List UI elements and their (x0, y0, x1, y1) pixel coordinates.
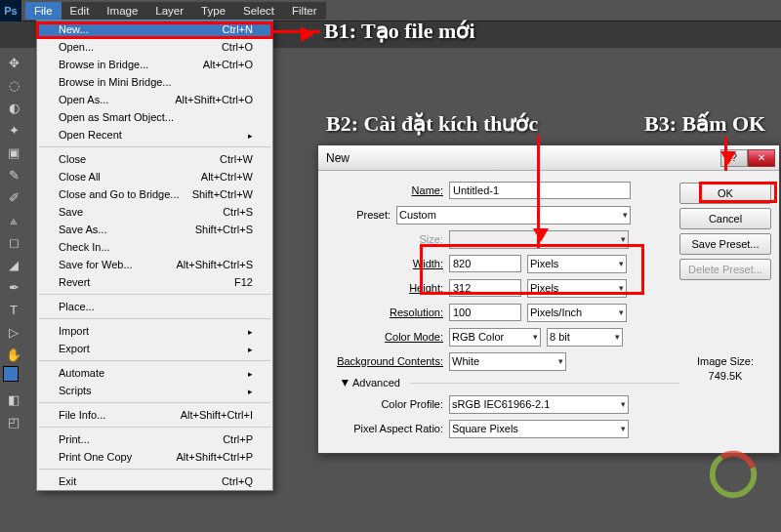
marquee-tool-icon[interactable]: ◌ (3, 74, 24, 96)
lasso-tool-icon[interactable]: ◐ (3, 97, 24, 118)
file-menu-item[interactable]: Open...Ctrl+O (37, 38, 272, 56)
file-menu-item[interactable]: Browse in Bridge...Alt+Ctrl+O (37, 56, 272, 73)
gradient-tool-icon[interactable]: ◢ (3, 254, 24, 275)
file-menu-item[interactable]: Export (37, 340, 272, 357)
photoshop-logo-icon: Ps (0, 0, 21, 21)
par-select[interactable]: Square Pixels (449, 420, 629, 438)
move-tool-icon[interactable]: ✥ (3, 52, 24, 73)
resolution-input[interactable] (449, 304, 521, 321)
par-label: Pixel Aspect Ratio: (326, 423, 449, 434)
preset-label: Preset: (326, 209, 396, 221)
height-input[interactable] (449, 279, 521, 297)
eyedropper-tool-icon[interactable]: ✎ (3, 164, 24, 185)
file-menu-item[interactable]: ExitCtrl+Q (37, 472, 272, 490)
app-topbar: Ps FileEditImageLayerTypeSelectFilter (0, 0, 781, 20)
arrow-b2-icon (537, 136, 540, 248)
bitdepth-select[interactable]: 8 bit (547, 328, 623, 347)
menu-bar: FileEditImageLayerTypeSelectFilter (25, 2, 326, 20)
dialog-titlebar[interactable]: New ? ✕ (318, 145, 779, 171)
quickmask-icon[interactable]: ◧ (3, 389, 24, 410)
width-unit-select[interactable]: Pixels (527, 255, 627, 273)
advanced-toggle[interactable]: ▶ Advanced (342, 377, 679, 389)
new-dialog: New ? ✕ Name: Preset: Custom Size: Width… (317, 144, 780, 454)
bg-select[interactable]: White (449, 352, 566, 371)
file-menu-item[interactable]: Check In... (37, 238, 272, 256)
annotation-b1: B1: Tạo file mới (324, 19, 475, 44)
screen-mode-icon[interactable]: ◰ (3, 411, 24, 432)
file-menu-item[interactable]: Browse in Mini Bridge... (37, 73, 272, 91)
size-label: Size: (326, 233, 449, 245)
color-swatch[interactable] (3, 366, 24, 388)
arrow-b3-icon (724, 137, 727, 171)
file-menu-item[interactable]: RevertF12 (37, 273, 272, 291)
bg-label: Background Contents: (326, 355, 449, 367)
menu-file[interactable]: File (25, 2, 62, 20)
stamp-tool-icon[interactable]: ⟁ (3, 209, 24, 230)
pen-tool-icon[interactable]: ✒ (3, 276, 24, 298)
menu-separator (39, 360, 270, 361)
file-menu-item[interactable]: Scripts (37, 382, 272, 399)
delete-preset-button: Delete Preset... (679, 259, 771, 280)
menu-separator (39, 318, 270, 319)
resolution-unit-select[interactable]: Pixels/Inch (527, 304, 627, 322)
file-menu-item[interactable]: Close and Go to Bridge...Shift+Ctrl+W (37, 185, 272, 203)
colormode-select[interactable]: RGB Color (449, 328, 541, 347)
hand-tool-icon[interactable]: ✋ (3, 344, 24, 365)
file-menu-item[interactable]: Print One CopyAlt+Shift+Ctrl+P (37, 448, 272, 466)
menu-separator (39, 146, 270, 147)
image-size-readout: Image Size: 749.5K (679, 354, 771, 385)
file-menu-item[interactable]: Automate (37, 364, 272, 382)
file-menu-item[interactable]: Open as Smart Object... (37, 108, 272, 126)
menu-separator (39, 469, 270, 470)
disclosure-triangle-icon: ▶ (341, 380, 350, 387)
path-tool-icon[interactable]: ▷ (3, 321, 24, 343)
file-menu-item[interactable]: Open As...Alt+Shift+Ctrl+O (37, 91, 272, 108)
file-menu-item[interactable]: Print...Ctrl+P (37, 430, 272, 448)
menu-edit[interactable]: Edit (62, 2, 99, 20)
file-menu-item[interactable]: Import (37, 322, 272, 340)
file-menu-dropdown: New...Ctrl+NOpen...Ctrl+OBrowse in Bridg… (36, 20, 273, 491)
file-menu-item[interactable]: File Info...Alt+Shift+Ctrl+I (37, 406, 272, 424)
menu-separator (39, 294, 270, 295)
width-input[interactable] (449, 255, 521, 272)
dialog-title: New (326, 151, 349, 165)
menu-separator (39, 402, 270, 403)
profile-label: Color Profile: (326, 398, 449, 410)
file-menu-item[interactable]: Save for Web...Alt+Shift+Ctrl+S (37, 256, 272, 273)
menu-select[interactable]: Select (234, 2, 283, 20)
menu-filter[interactable]: Filter (283, 2, 326, 20)
save-preset-button[interactable]: Save Preset... (679, 233, 771, 255)
file-menu-item[interactable]: Open Recent (37, 126, 272, 143)
brush-tool-icon[interactable]: ✐ (3, 186, 24, 208)
annotation-b2: B2: Cài đặt kích thước (326, 111, 538, 137)
cancel-button[interactable]: Cancel (679, 208, 771, 229)
file-menu-item[interactable]: Save As...Shift+Ctrl+S (37, 221, 272, 238)
wand-tool-icon[interactable]: ✦ (3, 119, 24, 141)
profile-select[interactable]: sRGB IEC61966-2.1 (449, 395, 629, 414)
file-menu-item[interactable]: CloseCtrl+W (37, 150, 272, 168)
file-menu-item[interactable]: Close AllAlt+Ctrl+W (37, 168, 272, 185)
ok-button[interactable]: OK (679, 183, 771, 204)
name-label: Name: (326, 184, 449, 196)
crop-tool-icon[interactable]: ▣ (3, 142, 24, 163)
annotation-b3: B3: Bấm OK (644, 111, 765, 137)
width-label: Width: (326, 258, 449, 269)
menu-type[interactable]: Type (192, 2, 234, 20)
preset-select[interactable]: Custom (396, 206, 631, 225)
height-unit-select[interactable]: Pixels (527, 279, 627, 298)
close-button-icon[interactable]: ✕ (748, 149, 775, 167)
menu-image[interactable]: Image (98, 2, 146, 20)
name-input[interactable] (449, 182, 631, 199)
file-menu-item[interactable]: SaveCtrl+S (37, 203, 272, 221)
arrow-b1-icon (273, 30, 320, 33)
menu-layer[interactable]: Layer (146, 2, 192, 20)
height-label: Height: (326, 282, 449, 294)
menu-separator (39, 427, 270, 428)
file-menu-item[interactable]: New...Ctrl+N (37, 20, 272, 38)
resolution-label: Resolution: (326, 307, 449, 318)
file-menu-item[interactable]: Place... (37, 298, 272, 315)
colormode-label: Color Mode: (326, 331, 449, 343)
type-tool-icon[interactable]: T (3, 299, 24, 320)
watermark-logo-icon (705, 446, 761, 503)
eraser-tool-icon[interactable]: ◻ (3, 231, 24, 253)
